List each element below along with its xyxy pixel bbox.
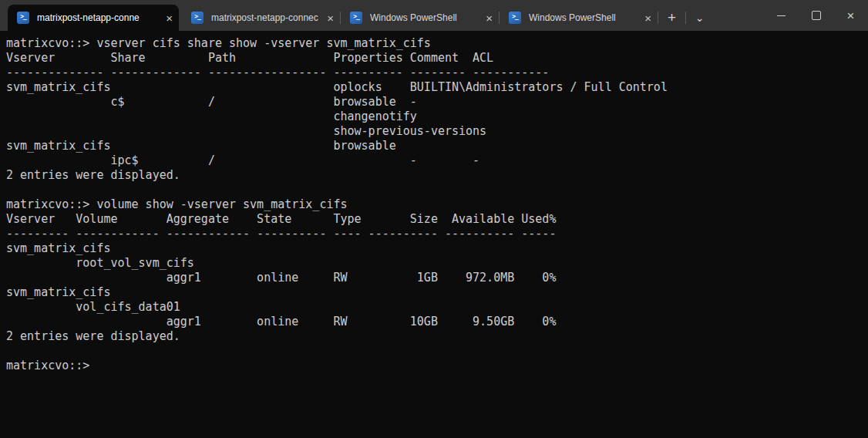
- maximize-icon: [812, 11, 821, 20]
- minimize-icon: [777, 15, 786, 16]
- tab-matrixpost-netapp-2[interactable]: >_ matrixpost-netapp-connec ×: [182, 5, 340, 31]
- tab-bar: >_ matrixpost-netapp-conne × >_ matrixpo…: [0, 0, 868, 31]
- terminal-line: changenotify: [6, 110, 868, 124]
- terminal-line: -------------- ------------- -----------…: [6, 66, 868, 80]
- tab-close-icon[interactable]: ×: [327, 12, 334, 24]
- tab-title: Windows PowerShell: [370, 12, 479, 23]
- tab-close-icon[interactable]: ×: [644, 12, 651, 24]
- tab-title: Windows PowerShell: [529, 12, 638, 23]
- tab-close-icon[interactable]: ×: [166, 12, 173, 24]
- close-button[interactable]: ×: [833, 0, 868, 31]
- terminal-line: aggr1 online RW 10GB 9.50GB 0%: [6, 315, 868, 329]
- terminal-line: matrixcvo::>: [6, 359, 868, 373]
- maximize-button[interactable]: [799, 0, 833, 31]
- terminal-line: matrixcvo::> volume show -vserver svm_ma…: [6, 197, 868, 212]
- terminal-line: c$ / browsable -: [6, 95, 868, 110]
- tab-title: matrixpost-netapp-connec: [211, 12, 321, 23]
- terminal-line: root_vol_svm_cifs: [6, 256, 868, 271]
- tab-windows-powershell-1[interactable]: >_ Windows PowerShell ×: [341, 5, 499, 31]
- terminal-line: aggr1 online RW 1GB 972.0MB 0%: [6, 271, 868, 285]
- powershell-icon: >_: [509, 12, 521, 24]
- tab-matrixpost-netapp-1[interactable]: >_ matrixpost-netapp-conne ×: [8, 5, 179, 31]
- chevron-down-icon: ⌄: [695, 12, 705, 24]
- terminal[interactable]: matrixcvo::> vserver cifs share show -vs…: [0, 31, 868, 438]
- terminal-line: vol_cifs_data01: [6, 300, 868, 315]
- tab-dropdown-button[interactable]: ⌄: [686, 5, 713, 31]
- minimize-button[interactable]: [764, 0, 799, 31]
- plus-icon: +: [668, 9, 676, 26]
- powershell-icon: >_: [191, 12, 204, 24]
- terminal-line: matrixcvo::> vserver cifs share show -vs…: [6, 36, 868, 51]
- terminal-line: svm_matrix_cifs: [6, 285, 868, 300]
- terminal-line: --------- ------------ ------------ ----…: [6, 227, 868, 241]
- terminal-line: svm_matrix_cifs browsable: [6, 139, 868, 153]
- powershell-icon: >_: [350, 12, 362, 24]
- terminal-line: show-previous-versions: [6, 124, 868, 139]
- terminal-line: [6, 344, 868, 359]
- terminal-line: [6, 183, 868, 197]
- terminal-line: ipc$ / - -: [6, 153, 868, 168]
- close-icon: ×: [847, 9, 855, 22]
- terminal-line: Vserver Share Path Properties Comment AC…: [6, 51, 868, 66]
- new-tab-button[interactable]: +: [658, 5, 685, 31]
- terminal-line: 2 entries were displayed.: [6, 168, 868, 183]
- tab-close-icon[interactable]: ×: [486, 12, 493, 24]
- window-caption-buttons: ×: [764, 0, 868, 31]
- terminal-line: Vserver Volume Aggregate State Type Size…: [6, 212, 868, 227]
- terminal-line: 2 entries were displayed.: [6, 329, 868, 344]
- terminal-line: svm_matrix_cifs: [6, 241, 868, 256]
- tab-title: matrixpost-netapp-conne: [37, 12, 160, 23]
- terminal-line: svm_matrix_cifs oplocks BUILTIN\Administ…: [6, 80, 868, 95]
- tab-windows-powershell-2[interactable]: >_ Windows PowerShell ×: [500, 5, 658, 31]
- powershell-icon: >_: [17, 12, 29, 24]
